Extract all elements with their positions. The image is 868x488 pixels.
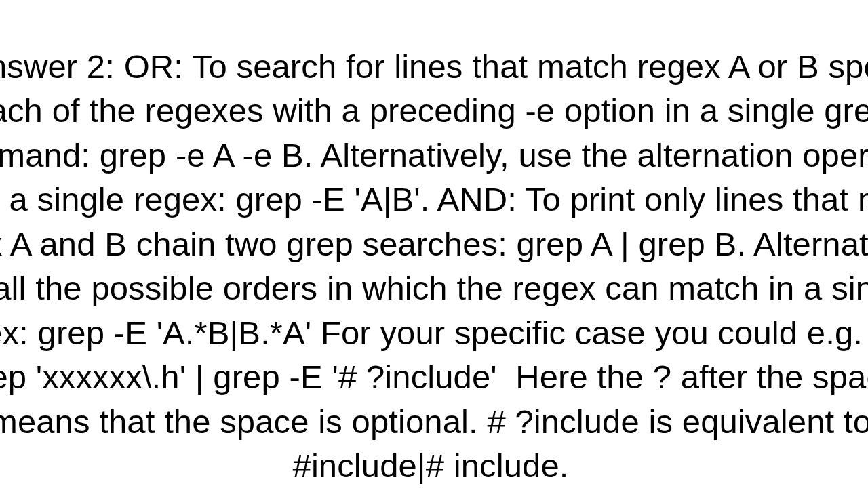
answer-label: Answer 2: — [0, 48, 115, 85]
document-viewport: Answer 2: OR: To search for lines that m… — [0, 0, 868, 488]
answer-body: OR: To search for lines that match regex… — [0, 48, 868, 485]
answer-text-block: Answer 2: OR: To search for lines that m… — [0, 0, 868, 488]
